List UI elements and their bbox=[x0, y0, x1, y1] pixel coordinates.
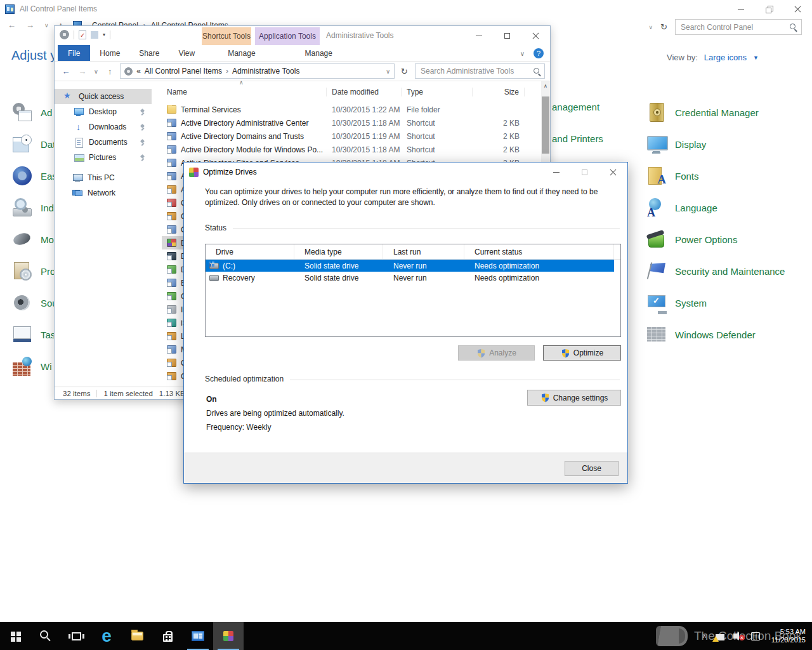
new-folder-icon[interactable] bbox=[91, 31, 98, 39]
control-panel-search-input[interactable] bbox=[675, 19, 802, 35]
tab-manage-application[interactable]: Manage bbox=[296, 45, 342, 61]
control-panel-item-fragment[interactable]: and Printers bbox=[552, 133, 603, 144]
control-panel-item-fragment[interactable]: anagement bbox=[552, 102, 599, 112]
drive-row[interactable]: (C:) Solid state drive Never run Needs o… bbox=[206, 260, 614, 272]
control-panel-item[interactable]: Dat bbox=[13, 128, 58, 160]
forward-icon[interactable]: → bbox=[76, 67, 89, 76]
control-panel-item[interactable]: Sou bbox=[13, 287, 58, 319]
scrollbar-thumb[interactable] bbox=[542, 96, 549, 154]
control-panel-item[interactable]: Ad bbox=[13, 96, 58, 128]
column-header-current-status[interactable]: Current status bbox=[464, 244, 614, 259]
minimize-icon[interactable] bbox=[464, 26, 493, 45]
clock[interactable]: 5:53 AM 11/20/2015 bbox=[771, 628, 806, 644]
edge-button[interactable] bbox=[91, 622, 122, 650]
address-crumb[interactable]: Administrative Tools bbox=[232, 67, 300, 76]
refresh-icon[interactable]: ↻ bbox=[398, 67, 410, 76]
optimize-drives-button[interactable] bbox=[213, 622, 244, 650]
restore-icon[interactable] bbox=[755, 0, 783, 18]
close-icon[interactable] bbox=[521, 26, 550, 45]
sidebar-item-quick-access[interactable]: Quick access bbox=[55, 89, 152, 104]
control-panel-item[interactable]: Eas bbox=[13, 160, 58, 192]
volume-muted-icon[interactable] bbox=[733, 633, 737, 639]
view-by-caret-icon[interactable]: ▼ bbox=[753, 55, 759, 61]
file-row[interactable]: Active Directory Administrative Center 1… bbox=[162, 116, 550, 129]
column-header-date-modified[interactable]: Date modified bbox=[327, 88, 402, 96]
optimize-button[interactable]: Optimize bbox=[543, 345, 621, 361]
drive-row[interactable]: Recovery Solid state drive Never run Nee… bbox=[206, 272, 614, 284]
minimize-icon[interactable] bbox=[542, 162, 570, 182]
control-panel-item[interactable]: Wi bbox=[13, 350, 58, 382]
address-prefix[interactable]: « bbox=[136, 67, 141, 76]
tab-manage-shortcut[interactable]: Manage bbox=[218, 45, 265, 61]
tab-home[interactable]: Home bbox=[90, 45, 129, 61]
recent-locations-icon[interactable]: ∨ bbox=[44, 20, 49, 30]
tab-file[interactable]: File bbox=[58, 45, 90, 61]
close-icon[interactable] bbox=[783, 0, 812, 18]
minimize-icon[interactable] bbox=[726, 0, 755, 18]
control-panel-item[interactable]: Ind bbox=[13, 192, 58, 223]
address-crumb[interactable]: All Control Panel Items bbox=[145, 67, 222, 76]
drives-table-header: Drive Media type Last run Current status bbox=[206, 244, 620, 260]
tray-expand-icon[interactable]: ∧ bbox=[702, 633, 707, 639]
refresh-icon[interactable]: ↻ bbox=[660, 22, 667, 32]
scroll-up-icon[interactable]: ∧ bbox=[541, 81, 550, 91]
sidebar-item[interactable]: Network bbox=[55, 185, 152, 201]
back-icon[interactable]: ← bbox=[60, 67, 72, 76]
tab-share[interactable]: Share bbox=[129, 45, 169, 61]
help-icon[interactable]: ? bbox=[534, 48, 544, 58]
recent-locations-icon[interactable]: ∨ bbox=[93, 68, 100, 75]
column-header-last-run[interactable]: Last run bbox=[383, 244, 464, 259]
view-by-value[interactable]: Large icons bbox=[704, 53, 747, 62]
control-panel-item[interactable]: Power Options bbox=[647, 223, 785, 255]
explorer-search-input[interactable] bbox=[415, 63, 545, 79]
forward-icon[interactable]: → bbox=[26, 20, 34, 30]
sidebar-item[interactable]: Pictures bbox=[55, 150, 152, 165]
sidebar-item[interactable]: Downloads bbox=[55, 119, 152, 135]
dialog-description: You can optimize your drives to help you… bbox=[205, 187, 601, 208]
address-dropdown-icon[interactable]: ∨ bbox=[649, 22, 653, 32]
control-panel-item[interactable]: Mo bbox=[13, 223, 58, 255]
action-center-icon[interactable] bbox=[751, 632, 760, 640]
control-panel-item[interactable]: Security and Maintenance bbox=[647, 255, 785, 287]
sidebar-item[interactable]: This PC bbox=[55, 170, 152, 185]
control-panel-item[interactable]: Pro bbox=[13, 255, 58, 287]
search-button[interactable] bbox=[30, 622, 61, 650]
start-button[interactable] bbox=[0, 622, 30, 650]
control-panel-item[interactable]: Credential Manager bbox=[647, 96, 785, 128]
control-panel-item[interactable]: Language bbox=[647, 192, 785, 223]
task-view-button[interactable] bbox=[61, 622, 91, 650]
address-box[interactable]: « All Control Panel Items › Administrati… bbox=[120, 63, 395, 79]
close-button[interactable]: Close bbox=[565, 461, 619, 476]
close-icon[interactable] bbox=[599, 162, 627, 182]
column-header-size[interactable]: Size bbox=[473, 88, 525, 96]
control-panel-button[interactable] bbox=[183, 622, 213, 650]
store-button[interactable] bbox=[152, 622, 183, 650]
tab-shortcut-tools[interactable]: Shortcut Tools bbox=[202, 27, 251, 45]
network-warning-icon[interactable] bbox=[716, 634, 724, 640]
control-panel-item[interactable]: Display bbox=[647, 128, 785, 160]
control-panel-item[interactable]: Tas bbox=[13, 319, 58, 350]
file-row[interactable]: Active Directory Module for Windows Po..… bbox=[162, 143, 550, 156]
sidebar-item[interactable]: Documents bbox=[55, 135, 152, 150]
file-explorer-button[interactable] bbox=[122, 622, 152, 650]
control-panel-item[interactable]: System bbox=[647, 287, 785, 319]
maximize-icon[interactable] bbox=[493, 26, 521, 45]
properties-icon[interactable] bbox=[79, 30, 86, 39]
up-icon[interactable]: ↑ bbox=[103, 67, 116, 76]
control-panel-item[interactable]: Fonts bbox=[647, 160, 785, 192]
control-panel-item[interactable]: Windows Defender bbox=[647, 319, 785, 350]
column-header-drive[interactable]: Drive bbox=[206, 244, 294, 259]
ribbon-collapse-icon[interactable]: ∨ bbox=[520, 50, 525, 57]
column-header-name[interactable]: Name ∧ bbox=[162, 88, 327, 96]
file-row[interactable]: Terminal Services 10/30/2015 1:22 AM Fil… bbox=[162, 103, 550, 116]
column-header-type[interactable]: Type bbox=[402, 88, 473, 96]
change-settings-button[interactable]: Change settings bbox=[527, 390, 621, 406]
tab-application-tools[interactable]: Application Tools bbox=[255, 27, 320, 45]
back-icon[interactable]: ← bbox=[8, 20, 16, 30]
tab-view[interactable]: View bbox=[169, 45, 204, 61]
file-row[interactable]: Active Directory Domains and Trusts 10/3… bbox=[162, 129, 550, 143]
sidebar-item[interactable]: Desktop bbox=[55, 104, 152, 119]
address-dropdown-icon[interactable]: ∨ bbox=[386, 68, 390, 75]
customize-qat-icon[interactable]: ▾ bbox=[103, 32, 105, 37]
column-header-media-type[interactable]: Media type bbox=[294, 244, 383, 259]
